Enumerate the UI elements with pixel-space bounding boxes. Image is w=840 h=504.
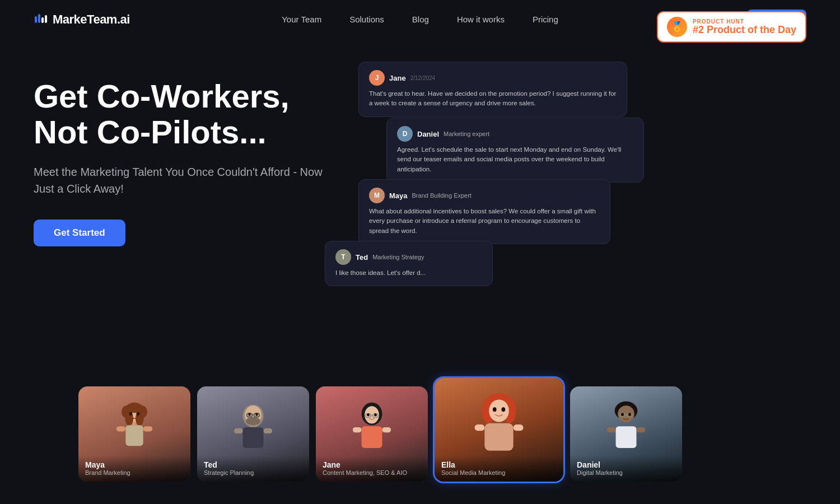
svg-rect-36 [382,427,391,432]
jane-avatar: J [369,70,385,86]
svg-rect-34 [362,426,382,448]
product-hunt-badge[interactable]: 🏅 PRODUCT HUNT #2 Product of the Day [657,11,806,43]
svg-rect-53 [616,426,637,448]
hero-left: Get Co-Workers, Not Co-Pilots... Meet th… [34,62,325,504]
daniel-role: Marketing expert [444,130,489,137]
svg-rect-2 [41,17,44,23]
daniel-avatar: D [397,126,413,142]
daniel-card-name: Daniel [577,460,675,469]
ph-badge-text: PRODUCT HUNT #2 Product of the Day [693,18,796,36]
svg-rect-35 [353,427,362,432]
get-started-button[interactable]: Get Started [34,220,125,246]
maya-bubble-name: Maya [389,192,408,200]
svg-point-33 [374,413,377,417]
nav-solutions[interactable]: Solutions [349,15,384,24]
ted-avatar: T [335,249,351,265]
svg-point-42 [501,407,505,412]
svg-point-51 [621,413,624,416]
daniel-name: Daniel [417,130,439,138]
svg-point-32 [367,413,370,417]
ph-rank: #2 Product of the Day [693,25,796,36]
ella-card-role: Social Media Marketing [441,469,557,476]
maya-bubble-text: What about additional incentives to boos… [369,207,600,236]
jane-name: Jane [389,74,406,82]
daniel-card-role: Digital Marketing [577,469,675,476]
chat-bubble-ted: T Ted Marketing Strategy I like those id… [325,241,493,286]
nav-blog[interactable]: Blog [412,15,429,24]
ted-role: Marketing Strategy [372,254,424,260]
svg-rect-44 [475,424,485,431]
svg-rect-55 [636,427,645,432]
logo-text: MarkeTeam.ai [53,12,130,27]
nav-links: Your Team Solutions Blog How it works Pr… [282,15,558,25]
avatar-card-daniel[interactable]: Daniel Digital Marketing [570,386,682,482]
nav-how-it-works[interactable]: How it works [457,15,505,24]
chat-bubble-jane: J Jane 2/12/2024 That's great to hear. H… [358,62,627,117]
nav-your-team[interactable]: Your Team [282,15,321,24]
logo-icon [34,12,49,27]
avatar-card-ella[interactable]: Ella Social Media Marketing [435,378,563,482]
svg-point-40 [489,399,509,422]
ella-card-name: Ella [441,460,557,469]
maya-bubble-role: Brand Building Expert [412,192,472,199]
svg-rect-1 [38,14,40,23]
hero-title: Get Co-Workers, Not Co-Pilots... [34,78,325,150]
svg-point-41 [493,407,497,412]
nav-pricing[interactable]: Pricing [533,15,558,24]
ph-label: PRODUCT HUNT [693,18,796,25]
logo[interactable]: MarkeTeam.ai [34,12,130,27]
jane-text: That's great to hear. Have we decided on… [369,89,617,109]
hero-section: Get Co-Workers, Not Co-Pilots... Meet th… [0,39,840,504]
jane-time: 2/12/2024 [410,75,436,81]
avatar-card-jane[interactable]: Jane Content Marketing, SEO & AIO [316,386,428,482]
jane-card-name: Jane [323,460,421,469]
hero-right: J Jane 2/12/2024 That's great to hear. H… [325,62,806,504]
chat-bubble-daniel: D Daniel Marketing expert Agreed. Let's … [386,118,644,183]
svg-rect-0 [35,16,37,23]
jane-card-role: Content Marketing, SEO & AIO [323,469,421,476]
svg-point-52 [628,413,631,416]
svg-rect-54 [607,427,616,432]
svg-rect-45 [514,424,524,431]
ph-medal-icon: 🏅 [667,17,687,37]
daniel-text: Agreed. Let's schedule the sale to start… [397,145,633,174]
svg-rect-43 [484,423,513,451]
chat-bubble-maya: M Maya Brand Building Expert What about … [358,179,610,244]
hero-subtitle: Meet the Marketing Talent You Once Could… [34,164,325,197]
svg-point-28 [365,406,379,423]
maya-bubble-avatar: M [369,188,385,203]
ted-name: Ted [356,253,368,262]
ella-card-label: Ella Social Media Marketing [435,456,563,482]
svg-rect-3 [45,15,47,23]
daniel-card-label: Daniel Digital Marketing [570,456,682,482]
jane-card-label: Jane Content Marketing, SEO & AIO [316,456,428,482]
ted-text: I like those ideas. Let's offer d... [335,268,482,278]
